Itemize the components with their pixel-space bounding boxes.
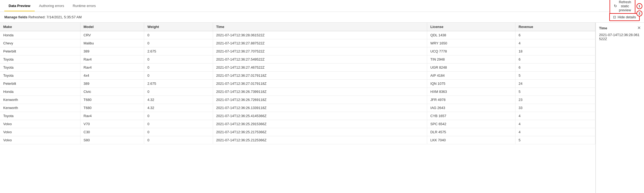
cell-make: Toyota [0,112,80,120]
cell-weight: 2.675 [144,80,213,88]
cell-make: Kenworth [0,96,80,104]
table-header-row: Make Model Weight Time License Revenue [0,23,595,31]
col-header-model[interactable]: Model [80,23,144,31]
tab-authoring-errors[interactable]: Authoring errors [35,1,68,11]
cell-license: DLR 4575 [427,128,515,136]
cell-time: 2021-07-14T12:36:26.1339118Z [213,104,427,112]
side-panel-value: 2021-07-14T12:36:28.061522Z [599,33,641,41]
table-row[interactable]: VolvoV7002021-07-14T12:36:25.2915366ZSPC… [0,120,595,128]
cell-time: 2021-07-14T12:36:27.707522Z [213,47,427,55]
col-header-time[interactable]: Time [213,23,427,31]
table-row[interactable]: VolvoS8002021-07-14T12:36:25.2125366ZLKK… [0,136,595,144]
cell-make: Volvo [0,128,80,136]
cell-model: T680 [80,104,144,112]
table-row[interactable]: HondaCivic02021-07-14T12:36:26.7399118ZH… [0,88,595,96]
cell-weight: 0 [144,31,213,39]
cell-revenue: 4 [515,128,595,136]
cell-make: Peterbilt [0,80,80,88]
table-row[interactable]: KenworthT6804.322021-07-14T12:36:26.1339… [0,104,595,112]
cell-license: QDL 1438 [427,31,515,39]
cell-make: Peterbilt [0,47,80,55]
data-table: Make Model Weight Time License Revenue H… [0,23,595,144]
cell-time: 2021-07-14T12:36:25.2125366Z [213,136,427,144]
cell-model: 389 [80,47,144,55]
cell-revenue: 6 [515,55,595,64]
cell-model: Rav4 [80,64,144,72]
cell-revenue: 5 [515,88,595,96]
cell-revenue: 5 [515,136,595,144]
hide-details-icon: ⊡ [613,15,616,19]
refresh-static-preview-button[interactable]: ↻ Refresh static preview [610,0,635,14]
cell-model: T680 [80,96,144,104]
hide-details-badge: 2 [636,10,642,16]
cell-time: 2021-07-14T12:36:25.4145366Z [213,112,427,120]
cell-model: C30 [80,128,144,136]
cell-model: CRV [80,31,144,39]
cell-make: Volvo [0,136,80,144]
cell-weight: 0 [144,128,213,136]
cell-license: TIN 2948 [427,55,515,64]
cell-license: UCQ 7778 [427,47,515,55]
refreshed-timestamp: Refreshed: 7/14/2021, 5:35:57 AM [29,15,82,19]
table-row[interactable]: ToyotaRav402021-07-14T12:36:27.467522ZUG… [0,64,595,72]
cell-weight: 0 [144,64,213,72]
hide-details-label: Hide details [618,15,636,19]
cell-model: 389 [80,80,144,88]
cell-weight: 4.32 [144,104,213,112]
cell-make: Honda [0,88,80,96]
cell-license: LKK 7040 [427,136,515,144]
cell-revenue: 33 [515,104,595,112]
table-row[interactable]: Peterbilt3892.6752021-07-14T12:36:27.017… [0,80,595,88]
side-panel: Time ✕ 2021-07-14T12:36:28.061522Z [596,23,644,193]
cell-license: UGR 8248 [427,64,515,72]
cell-make: Volvo [0,120,80,128]
cell-revenue: 6 [515,31,595,39]
cell-weight: 2.675 [144,47,213,55]
cell-revenue: 4 [515,112,595,120]
table-row[interactable]: HondaCRV02021-07-14T12:36:28.061522ZQDL … [0,31,595,39]
cell-time: 2021-07-14T12:36:27.467522Z [213,64,427,72]
refresh-button-label: Refresh static preview [619,0,631,12]
cell-model: S80 [80,136,144,144]
cell-make: Toyota [0,64,80,72]
table-row[interactable]: ToyotaRav402021-07-14T12:36:25.4145366ZC… [0,112,595,120]
cell-make: Chevy [0,39,80,47]
cell-license: HXM 8363 [427,88,515,96]
table-row[interactable]: ToyotaRav402021-07-14T12:36:27.549522ZTI… [0,55,595,64]
col-header-revenue[interactable]: Revenue [515,23,595,31]
cell-revenue: 23 [515,96,595,104]
refresh-icon: ↻ [614,4,617,8]
cell-weight: 4.32 [144,96,213,104]
hide-details-button[interactable]: ⊡ Hide details [609,13,640,21]
table-row[interactable]: Toyota4x402021-07-14T12:36:27.0179118ZAI… [0,72,595,80]
side-panel-title: Time [599,26,607,30]
cell-model: V70 [80,120,144,128]
col-header-weight[interactable]: Weight [144,23,213,31]
table-row[interactable]: ChevyMalibu02021-07-14T12:36:27.887522ZW… [0,39,595,47]
cell-revenue: 18 [515,47,595,55]
main-area: Make Model Weight Time License Revenue H… [0,23,644,193]
cell-time: 2021-07-14T12:36:28.061522Z [213,31,427,39]
cell-revenue: 6 [515,64,595,72]
table-row[interactable]: Peterbilt3892.6752021-07-14T12:36:27.707… [0,47,595,55]
cell-time: 2021-07-14T12:36:27.549522Z [213,55,427,64]
cell-model: Civic [80,88,144,96]
table-row[interactable]: KenworthT6804.322021-07-14T12:36:26.7269… [0,96,595,104]
tab-data-preview[interactable]: Data Preview [4,1,35,11]
cell-time: 2021-07-14T12:36:27.0179118Z [213,80,427,88]
cell-make: Toyota [0,72,80,80]
cell-license: JFR 4978 [427,96,515,104]
cell-weight: 0 [144,88,213,96]
cell-weight: 0 [144,112,213,120]
manage-fields-label: Manage fields [4,15,27,19]
cell-weight: 0 [144,136,213,144]
col-header-make[interactable]: Make [0,23,80,31]
cell-license: SPC 6542 [427,120,515,128]
tab-runtime-errors[interactable]: Runtime errors [68,1,100,11]
col-header-license[interactable]: License [427,23,515,31]
side-panel-header: Time ✕ [599,26,641,30]
table-row[interactable]: VolvoC3002021-07-14T12:36:25.2175366ZDLR… [0,128,595,136]
side-panel-close-button[interactable]: ✕ [637,26,641,30]
table-area[interactable]: Make Model Weight Time License Revenue H… [0,23,596,193]
refresh-badge: 1 [636,3,642,9]
